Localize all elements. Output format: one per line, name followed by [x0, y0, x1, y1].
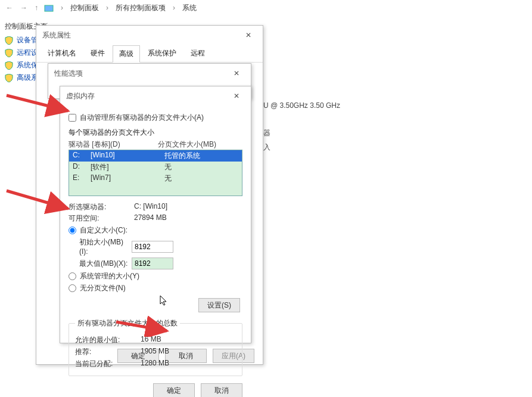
drive-size: 无	[164, 173, 238, 184]
nav-fwd-icon[interactable]: →	[19, 4, 29, 12]
system-managed-radio-row[interactable]: 系统管理的大小(Y)	[69, 271, 242, 281]
close-button[interactable]: ✕	[228, 67, 245, 79]
custom-size-label: 自定义大小(C):	[80, 225, 127, 235]
bg-line2: 器	[263, 126, 340, 140]
dialog-title: 系统属性	[42, 30, 71, 41]
breadcrumb-item[interactable]: 系统	[182, 3, 197, 13]
col-size: 分页文件大小(MB)	[158, 139, 216, 150]
cursor-icon	[160, 295, 168, 306]
drives-header: 每个驱动器的分页文件大小	[69, 128, 242, 138]
tab-strip: 计算机名 硬件 高级 系统保护 远程	[36, 45, 263, 63]
available-space-label: 可用空间:	[69, 213, 134, 224]
auto-manage-checkbox[interactable]	[69, 114, 76, 122]
initial-size-input[interactable]	[132, 241, 173, 253]
system-managed-label: 系统管理的大小(Y)	[80, 271, 139, 281]
drive-list[interactable]: C: [Win10] 托管的系统 D: [软件] 无 E: [Win7] 无	[69, 150, 242, 196]
close-icon: ✕	[234, 92, 239, 100]
close-icon: ✕	[234, 69, 239, 77]
nav-back-icon[interactable]: ←	[5, 4, 14, 12]
drive-size: 托管的系统	[164, 151, 238, 161]
bg-line3: 入	[263, 140, 340, 154]
drive-label: [Win7]	[91, 173, 164, 184]
cancel-button[interactable]: 取消	[201, 383, 242, 397]
drive-label: [软件]	[91, 162, 164, 172]
drive-letter: C:	[73, 151, 91, 161]
cur-value: 1280 MB	[141, 359, 169, 369]
drive-size: 无	[164, 162, 238, 172]
selected-drive-label: 所选驱动器:	[69, 202, 134, 212]
no-paging-label: 无分页文件(N)	[80, 283, 126, 293]
available-space-value: 27894 MB	[134, 213, 167, 224]
totals-title: 所有驱动器分页文件大小的总数	[75, 318, 180, 328]
totals-group: 所有驱动器分页文件大小的总数 允许的最小值:16 MB 推荐:1905 MB 当…	[69, 318, 242, 376]
shield-icon	[5, 74, 13, 82]
auto-manage-label: 自动管理所有驱动器的分页文件大小(A)	[80, 113, 204, 123]
drive-letter: E:	[73, 173, 91, 184]
col-drive: 驱动器 [卷标](D)	[69, 139, 158, 150]
close-icon: ✕	[245, 31, 251, 39]
custom-size-radio-row[interactable]: 自定义大小(C):	[69, 225, 242, 235]
drive-row[interactable]: E: [Win7] 无	[69, 173, 242, 184]
drive-row[interactable]: C: [Win10] 托管的系统	[69, 150, 242, 162]
dialog-title: 虚拟内存	[66, 91, 95, 101]
min-value: 16 MB	[141, 335, 161, 345]
shield-icon	[5, 49, 13, 57]
tab-protection[interactable]: 系统保护	[141, 45, 183, 62]
no-paging-radio-row[interactable]: 无分页文件(N)	[69, 283, 242, 293]
drive-letter: D:	[73, 162, 91, 172]
selected-drive-value: C: [Win10]	[134, 202, 167, 212]
close-button[interactable]: ✕	[240, 29, 257, 41]
bg-cpu: U @ 3.50GHz 3.50 GHz	[263, 98, 340, 113]
max-size-input[interactable]	[132, 258, 173, 269]
no-paging-radio[interactable]	[69, 284, 76, 292]
min-label: 允许的最小值:	[75, 335, 141, 345]
nav-up-icon[interactable]: ↑	[33, 4, 39, 12]
initial-size-label: 初始大小(MB)(I):	[69, 237, 128, 256]
svg-rect-0	[45, 5, 53, 11]
tab-computer-name[interactable]: 计算机名	[41, 45, 83, 62]
close-button[interactable]: ✕	[228, 90, 245, 102]
max-size-label: 最大值(MB)(X):	[69, 259, 128, 269]
drive-label: [Win10]	[91, 151, 164, 161]
control-panel-icon	[44, 3, 54, 13]
breadcrumb-bar: ← → ↑ › 控制面板 › 所有控制面板项 › 系统	[0, 0, 532, 15]
shield-icon	[5, 36, 13, 45]
dialog-virtual-memory: 虚拟内存 ✕ 自动管理所有驱动器的分页文件大小(A) 每个驱动器的分页文件大小 …	[60, 86, 251, 343]
drive-row[interactable]: D: [软件] 无	[69, 162, 242, 173]
drive-list-head: 驱动器 [卷标](D) 分页文件大小(MB)	[69, 139, 242, 150]
system-managed-radio[interactable]	[69, 272, 76, 280]
tab-advanced[interactable]: 高级	[113, 45, 140, 63]
tab-remote[interactable]: 远程	[184, 45, 211, 62]
auto-manage-checkbox-row[interactable]: 自动管理所有驱动器的分页文件大小(A)	[69, 113, 242, 123]
set-button[interactable]: 设置(S)	[198, 298, 240, 312]
rec-label: 推荐:	[75, 347, 141, 357]
shield-icon	[5, 61, 13, 70]
breadcrumb-item[interactable]: 控制面板	[70, 3, 99, 13]
dialog-title: 性能选项	[54, 69, 83, 79]
cur-label: 当前已分配:	[75, 359, 141, 369]
rec-value: 1905 MB	[141, 347, 169, 357]
bg-system-info: U @ 3.50GHz 3.50 GHz 器 入	[263, 98, 340, 154]
custom-size-radio[interactable]	[69, 227, 76, 234]
breadcrumb-item[interactable]: 所有控制面板项	[116, 3, 166, 13]
tab-hardware[interactable]: 硬件	[84, 45, 111, 62]
ok-button[interactable]: 确定	[153, 383, 195, 397]
